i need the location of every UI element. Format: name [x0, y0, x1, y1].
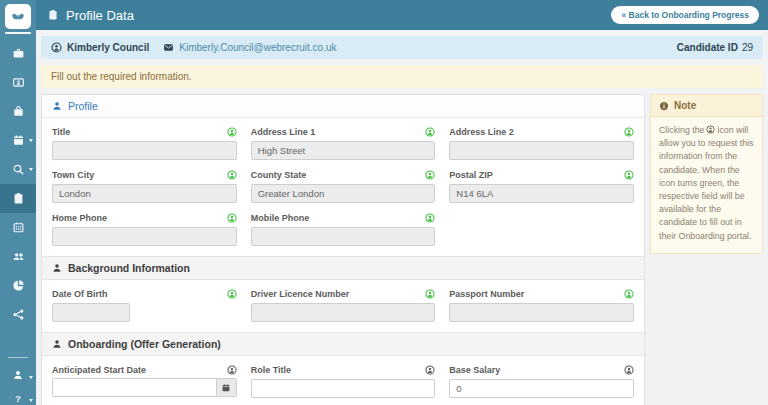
calendar-icon [221, 383, 231, 393]
page-header: Profile Data « Back to Onboarding Progre… [36, 0, 768, 30]
sidebar-item-calendar-grid[interactable] [0, 213, 36, 242]
title-input [52, 141, 237, 160]
chevron-down-icon [29, 139, 33, 142]
help-icon: ? [12, 392, 24, 404]
base-salary-input[interactable] [449, 379, 634, 398]
person-icon [51, 42, 62, 53]
field-label: Driver Licence Number [251, 289, 350, 299]
sidebar-nav [0, 39, 36, 329]
request-from-candidate-icon[interactable] [425, 213, 435, 223]
sidebar-item-bag[interactable] [0, 97, 36, 126]
sidebar-item-briefcase[interactable] [0, 39, 36, 68]
address-line-2-input [449, 141, 634, 160]
chevron-down-icon [29, 399, 33, 402]
section-title: Onboarding (Offer Generation) [68, 338, 221, 350]
logo-underline [5, 32, 31, 34]
butterfly-logo-icon [10, 9, 26, 25]
field-label: Base Salary [449, 365, 500, 375]
sidebar-item-id-card[interactable] [0, 68, 36, 97]
field-label: Role Title [251, 365, 291, 375]
svg-text:?: ? [15, 392, 21, 403]
request-from-candidate-icon[interactable] [624, 170, 634, 180]
calendar-grid-icon [12, 221, 25, 234]
request-from-candidate-icon[interactable] [624, 127, 634, 137]
calendar-icon [12, 134, 25, 147]
address-line-1-input [251, 141, 436, 160]
request-from-candidate-icon[interactable] [425, 127, 435, 137]
search-icon [12, 163, 25, 176]
sidebar-item-user[interactable] [0, 363, 36, 386]
field-label: Home Phone [52, 213, 107, 223]
form-field-county-state: County State [251, 169, 436, 203]
field-label: Passport Number [449, 289, 524, 299]
chevron-down-icon [29, 168, 33, 171]
sidebar-item-share[interactable] [0, 300, 36, 329]
required-info-alert: Fill out the required information. [41, 65, 763, 88]
sidebar-item-pie-chart[interactable] [0, 271, 36, 300]
form-field-passport-number: Passport Number [449, 288, 634, 322]
form-field-driver-licence-number: Driver Licence Number [251, 288, 436, 322]
form-field-address-line-2: Address Line 2 [449, 126, 634, 160]
candidate-id-label: Candidate ID [677, 42, 738, 53]
request-from-candidate-icon[interactable] [227, 289, 237, 299]
field-label: Mobile Phone [251, 213, 310, 223]
sidebar-item-users[interactable] [0, 242, 36, 271]
request-from-candidate-icon[interactable] [425, 365, 435, 375]
form-field-date-of-birth: Date Of Birth [52, 288, 237, 322]
section-heading-onboarding-offer-generation: Onboarding (Offer Generation) [42, 332, 644, 356]
field-label: Date Of Birth [52, 289, 108, 299]
request-from-candidate-icon[interactable] [624, 365, 634, 375]
candidate-email-link[interactable]: Kimberly.Council@webrecruit.co.uk [163, 42, 336, 53]
form-field-mobile-phone: Mobile Phone [251, 212, 436, 246]
calendar-picker-button[interactable] [217, 378, 237, 397]
bag-icon [12, 105, 25, 118]
mobile-phone-input [251, 227, 436, 246]
form-field-base-salary: Base Salary [449, 364, 634, 398]
user-solid-icon [52, 101, 62, 111]
back-to-onboarding-button[interactable]: « Back to Onboarding Progress [611, 6, 759, 24]
note-panel: Note Clicking theicon will allow you to … [650, 94, 763, 254]
sidebar-item-clipboard[interactable] [0, 184, 36, 213]
sidebar-item-calendar[interactable] [0, 126, 36, 155]
field-label: Address Line 1 [251, 127, 316, 137]
sidebar-item-help[interactable]: ? [0, 386, 36, 405]
form-field-title: Title [52, 126, 237, 160]
anticipated-start-date-input[interactable] [52, 378, 217, 397]
sidebar-item-search[interactable] [0, 155, 36, 184]
request-from-candidate-icon[interactable] [227, 170, 237, 180]
request-from-candidate-icon[interactable] [227, 213, 237, 223]
users-icon [12, 250, 25, 263]
request-from-candidate-icon[interactable] [425, 170, 435, 180]
county-state-input [251, 184, 436, 203]
role-title-input[interactable] [251, 379, 436, 398]
form-field-home-phone: Home Phone [52, 212, 237, 246]
section-title: Profile [68, 100, 98, 112]
page-title-text: Profile Data [66, 8, 134, 23]
field-label: Postal ZIP [449, 170, 493, 180]
form-panel: ProfileTitleAddress Line 1Address Line 2… [41, 94, 645, 405]
section-title: Background Information [68, 262, 190, 274]
id-card-icon [12, 76, 25, 89]
person-icon [706, 125, 715, 134]
content-area: Kimberly Council Kimberly.Council@webrec… [36, 30, 768, 405]
section-heading-profile: Profile [42, 95, 644, 118]
request-from-candidate-icon[interactable] [227, 365, 237, 375]
field-label: Title [52, 127, 70, 137]
form-field-address-line-1: Address Line 1 [251, 126, 436, 160]
user-solid-icon [52, 263, 62, 273]
share-icon [12, 308, 25, 321]
passport-number-input [449, 303, 634, 322]
app-logo[interactable] [0, 0, 36, 34]
sidebar: ? [0, 0, 36, 405]
request-from-candidate-icon[interactable] [227, 127, 237, 137]
field-label: Address Line 2 [449, 127, 514, 137]
candidate-info-bar: Kimberly Council Kimberly.Council@webrec… [41, 36, 763, 59]
envelope-icon [163, 42, 174, 53]
date-of-birth-input [52, 303, 130, 322]
form-field-postal-zip: Postal ZIP [449, 169, 634, 203]
briefcase-icon [12, 47, 25, 60]
form-field-role-title: Role Title [251, 364, 436, 398]
request-from-candidate-icon[interactable] [425, 289, 435, 299]
town-city-input [52, 184, 237, 203]
request-from-candidate-icon[interactable] [624, 289, 634, 299]
